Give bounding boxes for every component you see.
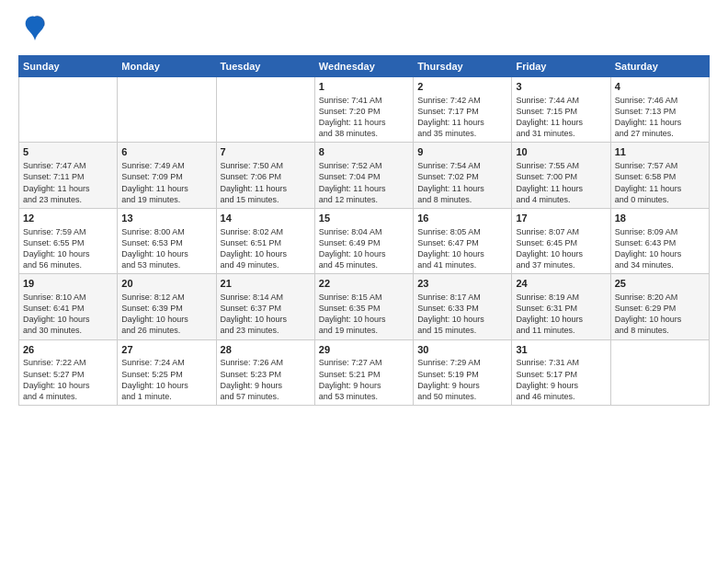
day-info-line: Sunrise: 7:26 AM [221, 357, 311, 368]
day-info-line: Daylight: 11 hours [615, 183, 705, 194]
day-info-line: Sunset: 7:13 PM [615, 106, 705, 117]
day-info-line: and 0 minutes. [615, 194, 705, 205]
day-info-line: Daylight: 10 hours [121, 380, 211, 391]
day-number: 3 [516, 80, 606, 94]
calendar-day-cell: 9Sunrise: 7:54 AMSunset: 7:02 PMDaylight… [414, 143, 512, 208]
day-info-line: Sunset: 6:33 PM [417, 303, 507, 314]
day-info-line: Daylight: 11 hours [417, 183, 507, 194]
day-info-line: Daylight: 10 hours [221, 248, 311, 259]
day-info-line: Sunset: 7:06 PM [221, 171, 311, 182]
header [18, 15, 710, 46]
day-info-line: Sunset: 7:15 PM [516, 106, 606, 117]
day-info-line: Daylight: 9 hours [516, 380, 606, 391]
day-info-line: and 31 minutes. [516, 128, 606, 139]
day-info-line: Sunset: 5:25 PM [121, 369, 211, 380]
day-info-line: Sunrise: 8:05 AM [417, 226, 507, 237]
calendar-day-cell: 14Sunrise: 8:02 AMSunset: 6:51 PMDayligh… [216, 208, 314, 273]
day-info-line: Sunrise: 7:47 AM [23, 160, 113, 171]
day-info-line: Sunrise: 8:19 AM [516, 292, 606, 303]
day-info-line: Sunrise: 8:09 AM [615, 226, 705, 237]
day-info-line: Daylight: 11 hours [319, 183, 409, 194]
day-number: 25 [615, 277, 705, 291]
logo-bird-icon [22, 15, 48, 46]
day-info-line: and 8 minutes. [417, 194, 507, 205]
day-number: 29 [319, 343, 409, 357]
day-info-line: Daylight: 10 hours [417, 314, 507, 325]
calendar-day-cell: 2Sunrise: 7:42 AMSunset: 7:17 PMDaylight… [414, 77, 512, 143]
calendar-day-cell: 10Sunrise: 7:55 AMSunset: 7:00 PMDayligh… [512, 143, 610, 208]
day-info-line: and 23 minutes. [221, 325, 311, 336]
day-info-line: and 35 minutes. [417, 128, 507, 139]
day-number: 9 [417, 145, 507, 159]
day-info-line: Daylight: 9 hours [319, 380, 409, 391]
calendar-day-cell: 5Sunrise: 7:47 AMSunset: 7:11 PMDaylight… [19, 143, 118, 208]
day-info-line: Sunrise: 8:00 AM [121, 226, 211, 237]
day-info-line: Daylight: 10 hours [23, 314, 113, 325]
day-info-line: Sunset: 5:27 PM [23, 369, 113, 380]
day-info-line: Daylight: 10 hours [121, 248, 211, 259]
day-number: 31 [516, 343, 606, 357]
day-info-line: Sunrise: 7:55 AM [516, 160, 606, 171]
day-info-line: Sunrise: 8:02 AM [221, 226, 311, 237]
day-info-line: Sunset: 6:47 PM [417, 237, 507, 248]
calendar-week-row: 19Sunrise: 8:10 AMSunset: 6:41 PMDayligh… [19, 274, 710, 339]
day-number: 27 [121, 343, 211, 357]
calendar-day-cell [610, 339, 709, 405]
day-number: 10 [516, 145, 606, 159]
calendar-page: Sunday Monday Tuesday Wednesday Thursday… [0, 0, 728, 563]
day-info-line: Sunset: 6:53 PM [121, 237, 211, 248]
day-info-line: Sunrise: 7:54 AM [417, 160, 507, 171]
calendar-day-cell: 26Sunrise: 7:22 AMSunset: 5:27 PMDayligh… [19, 339, 118, 405]
day-info-line: Sunrise: 8:17 AM [417, 292, 507, 303]
day-info-line: Sunrise: 7:50 AM [221, 160, 311, 171]
day-info-line: and 45 minutes. [319, 259, 409, 270]
day-info-line: Sunset: 6:35 PM [319, 303, 409, 314]
calendar-day-cell: 8Sunrise: 7:52 AMSunset: 7:04 PMDaylight… [314, 143, 413, 208]
col-monday: Monday [118, 56, 216, 77]
day-info-line: Daylight: 10 hours [319, 248, 409, 259]
day-info-line: Sunset: 6:41 PM [23, 303, 113, 314]
day-info-line: Daylight: 11 hours [516, 117, 606, 128]
calendar-day-cell: 31Sunrise: 7:31 AMSunset: 5:17 PMDayligh… [512, 339, 610, 405]
day-info-line: Sunrise: 7:59 AM [23, 226, 113, 237]
day-info-line: Sunset: 6:31 PM [516, 303, 606, 314]
col-sunday: Sunday [19, 56, 118, 77]
day-info-line: Daylight: 10 hours [319, 314, 409, 325]
day-number: 6 [121, 145, 211, 159]
calendar-day-cell [19, 77, 118, 143]
calendar-day-cell [118, 77, 216, 143]
day-info-line: Sunrise: 8:14 AM [221, 292, 311, 303]
day-number: 14 [221, 212, 311, 225]
day-info-line: Daylight: 9 hours [221, 380, 311, 391]
day-info-line: and 15 minutes. [221, 194, 311, 205]
day-info-line: Sunset: 6:58 PM [615, 171, 705, 182]
day-info-line: Sunrise: 7:52 AM [319, 160, 409, 171]
day-number: 15 [319, 212, 409, 225]
day-number: 21 [221, 277, 311, 291]
calendar-day-cell: 21Sunrise: 8:14 AMSunset: 6:37 PMDayligh… [216, 274, 314, 339]
day-info-line: Daylight: 10 hours [417, 248, 507, 259]
calendar-day-cell: 23Sunrise: 8:17 AMSunset: 6:33 PMDayligh… [414, 274, 512, 339]
day-info-line: Daylight: 10 hours [615, 248, 705, 259]
day-info-line: Sunrise: 8:20 AM [615, 292, 705, 303]
calendar-day-cell: 16Sunrise: 8:05 AMSunset: 6:47 PMDayligh… [414, 208, 512, 273]
day-info-line: Daylight: 10 hours [121, 314, 211, 325]
day-info-line: Sunset: 5:21 PM [319, 369, 409, 380]
day-info-line: and 53 minutes. [319, 391, 409, 402]
day-info-line: Daylight: 11 hours [615, 117, 705, 128]
day-info-line: Sunrise: 7:31 AM [516, 357, 606, 368]
day-info-line: Sunrise: 7:24 AM [121, 357, 211, 368]
day-number: 24 [516, 277, 606, 291]
day-info-line: Sunset: 5:17 PM [516, 369, 606, 380]
day-info-line: and 15 minutes. [417, 325, 507, 336]
col-tuesday: Tuesday [216, 56, 314, 77]
day-number: 13 [121, 212, 211, 225]
day-info-line: and 46 minutes. [516, 391, 606, 402]
calendar-day-cell: 1Sunrise: 7:41 AMSunset: 7:20 PMDaylight… [314, 77, 413, 143]
day-info-line: Sunrise: 7:27 AM [319, 357, 409, 368]
day-number: 20 [121, 277, 211, 291]
col-saturday: Saturday [610, 56, 709, 77]
day-info-line: Sunrise: 7:22 AM [23, 357, 113, 368]
day-number: 2 [417, 80, 507, 94]
calendar-day-cell: 24Sunrise: 8:19 AMSunset: 6:31 PMDayligh… [512, 274, 610, 339]
